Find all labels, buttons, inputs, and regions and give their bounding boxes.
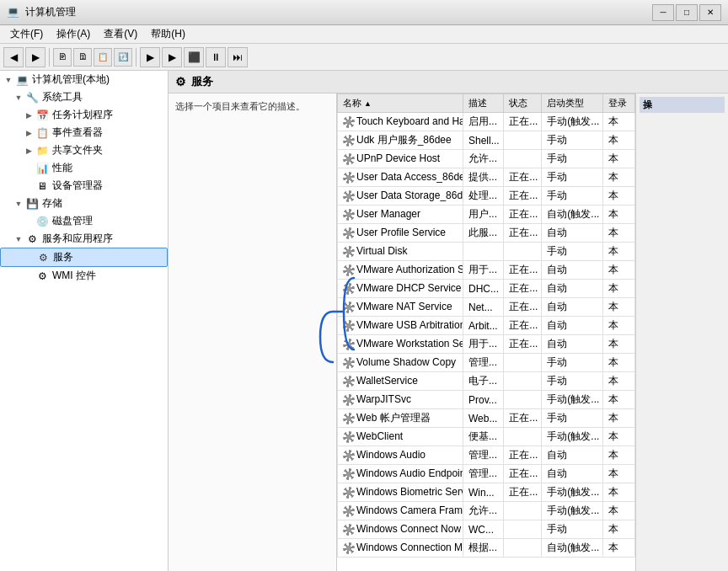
col-header-desc[interactable]: 描述 — [463, 94, 503, 113]
stop-button[interactable]: ⬛ — [184, 47, 204, 67]
service-startup: 手动 — [542, 409, 602, 428]
sidebar-item-label: 性能 — [52, 161, 72, 175]
service-desc: 允许... — [463, 150, 503, 168]
close-button[interactable]: ✕ — [699, 4, 721, 21]
service-name: Touch Keyboard and Ha... — [356, 115, 463, 127]
table-row[interactable]: VMware NAT ServiceNet...正在...自动本 — [338, 298, 635, 317]
table-row[interactable]: VMware DHCP ServiceDHC...正在...自动本 — [338, 280, 635, 298]
toolbar-btn-4[interactable]: 🔃 — [114, 48, 132, 67]
table-row[interactable]: Windows Camera Frame ...允许...手动(触发...本 — [338, 502, 635, 520]
table-row[interactable]: VMware Authorization Se...用于...正在...自动本 — [338, 261, 635, 280]
sidebar-item-label: 设备管理器 — [52, 179, 103, 193]
table-row[interactable]: Volume Shadow Copy管理...手动本 — [338, 354, 635, 372]
pause-button[interactable]: ⏸ — [206, 47, 226, 67]
table-row[interactable]: WalletService电子...手动本 — [338, 372, 635, 391]
play-button[interactable]: ▶ — [140, 47, 160, 67]
service-login: 本 — [602, 150, 634, 168]
sidebar-item-computer-management[interactable]: ▼ 💻 计算机管理(本地) — [0, 71, 168, 88]
forward-button[interactable]: ▶ — [25, 47, 46, 67]
service-status — [504, 150, 542, 168]
service-desc: 允许... — [463, 502, 503, 520]
table-row[interactable]: Windows Biometric Servi...Win...正在...手动(… — [338, 483, 635, 502]
table-row[interactable]: User Data Access_86dee提供...正在...手动本 — [338, 168, 635, 187]
services-panel[interactable]: 名称 ▲ 描述 状态 启动类型 登录 Touch Keyboard and Ha… — [337, 93, 635, 571]
toolbar-btn-3[interactable]: 📋 — [94, 48, 112, 67]
service-startup: 手动 — [542, 150, 602, 168]
table-row[interactable]: Windows Audio管理...正在...自动本 — [338, 446, 635, 465]
service-status: 正在... — [504, 168, 542, 187]
service-gear-icon — [343, 505, 355, 517]
table-row[interactable]: User Profile Service此服...正在...自动本 — [338, 224, 635, 243]
sidebar-item-device-manager[interactable]: 🖥 设备管理器 — [0, 177, 168, 195]
service-gear-icon — [343, 209, 355, 221]
table-row[interactable]: Windows Connect Now -...WC...手动本 — [338, 520, 635, 539]
service-login: 本 — [602, 187, 634, 205]
menu-file[interactable]: 文件(F) — [3, 25, 50, 43]
table-row[interactable]: User Manager用户...正在...自动(触发...本 — [338, 205, 635, 224]
sidebar-item-storage[interactable]: ▼ 💾 存储 — [0, 195, 168, 212]
service-gear-icon — [343, 320, 355, 332]
col-header-login[interactable]: 登录 — [602, 94, 634, 113]
toolbar-separator-1 — [49, 48, 50, 67]
sidebar-item-shared-folders[interactable]: ▶ 📁 共享文件夹 — [0, 141, 168, 159]
menu-action[interactable]: 操作(A) — [50, 25, 97, 43]
sidebar-item-system-tools[interactable]: ▼ 🔧 系统工具 — [0, 88, 168, 106]
service-desc: 管理... — [463, 446, 503, 465]
table-row[interactable]: Virtual Disk手动本 — [338, 243, 635, 261]
col-header-startup[interactable]: 启动类型 — [542, 94, 602, 113]
sidebar-item-task-scheduler[interactable]: ▶ 📅 任务计划程序 — [0, 106, 168, 124]
table-row[interactable]: Windows Audio Endpoint...管理...正在...自动本 — [338, 465, 635, 483]
service-login: 本 — [602, 428, 634, 446]
table-row[interactable]: Udk 用户服务_86deeShell...手动本 — [338, 131, 635, 150]
service-status: 正在... — [504, 446, 542, 465]
sidebar-item-performance[interactable]: 📊 性能 — [0, 159, 168, 177]
menu-help[interactable]: 帮助(H) — [144, 25, 192, 43]
back-button[interactable]: ◀ — [3, 47, 24, 67]
title-bar: 💻 计算机管理 ─ □ ✕ — [0, 0, 728, 25]
title-bar-icon: 💻 — [7, 6, 20, 19]
header-icon: ⚙ — [175, 75, 186, 88]
sidebar-item-services-apps[interactable]: ▼ ⚙ 服务和应用程序 — [0, 230, 168, 248]
minimize-button[interactable]: ─ — [652, 4, 674, 21]
service-desc: 启用... — [463, 113, 503, 131]
sidebar-item-services[interactable]: ⚙ 服务 — [0, 248, 168, 267]
sidebar-item-disk-management[interactable]: 💿 磁盘管理 — [0, 212, 168, 230]
menu-view[interactable]: 查看(V) — [97, 25, 144, 43]
maximize-button[interactable]: □ — [676, 4, 698, 21]
sidebar-item-label: 共享文件夹 — [52, 143, 103, 157]
col-header-status[interactable]: 状态 — [504, 94, 542, 113]
service-startup: 手动(触发... — [542, 113, 602, 131]
task-icon: 📅 — [35, 109, 49, 122]
perf-icon: 📊 — [35, 162, 49, 175]
service-startup: 手动(触发... — [542, 391, 602, 409]
service-desc: DHC... — [463, 280, 503, 298]
table-row[interactable]: Touch Keyboard and Ha...启用...正在...手动(触发.… — [338, 113, 635, 131]
content-header-title: 服务 — [191, 74, 213, 89]
service-startup: 自动 — [542, 280, 602, 298]
table-row[interactable]: Web 帐户管理器Web...正在...手动本 — [338, 409, 635, 428]
service-login: 本 — [602, 539, 634, 558]
toolbar-btn-2[interactable]: 🖺 — [73, 48, 92, 67]
service-desc: Win... — [463, 483, 503, 502]
sidebar-item-event-viewer[interactable]: ▶ 📋 事件查看器 — [0, 124, 168, 141]
service-status — [504, 354, 542, 372]
table-row[interactable]: Windows Connection Ma...根据...自动(触发...本 — [338, 539, 635, 558]
table-row[interactable]: VMware USB Arbitration ...Arbit...正在...自… — [338, 317, 635, 335]
service-gear-icon — [343, 450, 355, 462]
expand-icon-shared: ▶ — [24, 146, 34, 156]
toolbar-btn-1[interactable]: 🖹 — [53, 48, 72, 67]
table-row[interactable]: WarpJITSvcProv...手动(触发...本 — [338, 391, 635, 409]
service-gear-icon — [343, 227, 355, 239]
service-startup: 自动 — [542, 465, 602, 483]
table-row[interactable]: UPnP Device Host允许...手动本 — [338, 150, 635, 168]
skip-button[interactable]: ⏭ — [228, 47, 248, 67]
play2-button[interactable]: ▶ — [162, 47, 182, 67]
services-table: 名称 ▲ 描述 状态 启动类型 登录 Touch Keyboard and Ha… — [337, 93, 635, 558]
service-desc: 电子... — [463, 372, 503, 391]
table-row[interactable]: WebClient便基...手动(触发...本 — [338, 428, 635, 446]
sidebar-item-wmi-control[interactable]: ⚙ WMI 控件 — [0, 267, 168, 285]
col-header-name[interactable]: 名称 ▲ — [338, 94, 463, 113]
service-name: WalletService — [356, 375, 418, 387]
table-row[interactable]: User Data Storage_86dee处理...正在...手动本 — [338, 187, 635, 205]
table-row[interactable]: VMware Workstation Ser...用于...正在...自动本 — [338, 335, 635, 354]
